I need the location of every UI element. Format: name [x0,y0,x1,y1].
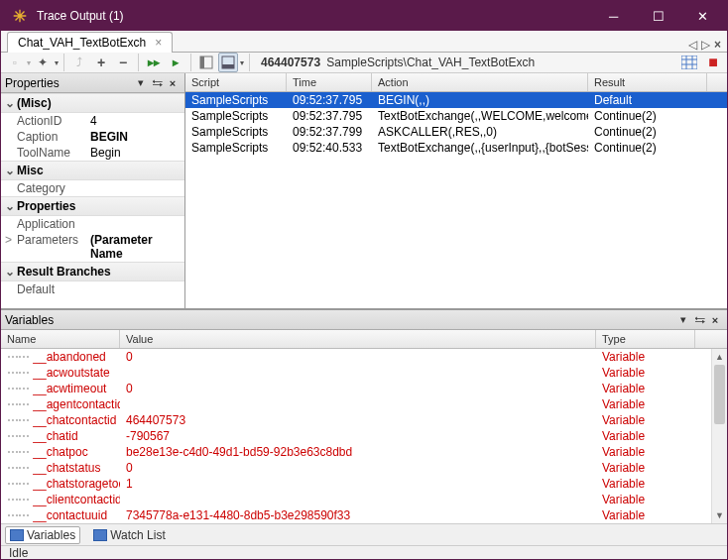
svg-rect-3 [222,64,234,68]
variables-close-icon[interactable]: × [707,312,723,328]
tab-chat-vah-textbotexch[interactable]: Chat_VAH_TextBotExch × [7,32,173,53]
trace-grid: Script Time Action Result SampleScripts0… [185,73,727,308]
breadcrumb-id: 464407573 [261,56,320,69]
statusbar: Idle [1,545,727,560]
maximize-button[interactable]: ☐ [636,1,680,31]
variable-row[interactable]: __abandoned0Variable [1,349,727,365]
variables-dropdown-icon[interactable]: ▾ [675,312,691,328]
tab-watch-list[interactable]: Watch List [88,526,171,544]
scroll-up-icon[interactable]: ▲ [712,349,727,365]
play-button[interactable]: ▸▸ [144,53,164,72]
property-row[interactable]: ActionID4 [1,113,184,129]
property-group[interactable]: ⌄Misc [1,161,184,180]
variable-row[interactable]: __acwtimeout0Variable [1,381,727,396]
variable-row[interactable]: __contactuuid7345778a-e131-4480-8db5-b3e… [1,507,727,523]
variable-row[interactable]: __chatpocbe28e13e-c4d0-49d1-bd59-92b3e63… [1,444,727,460]
scroll-thumb[interactable] [714,365,725,424]
view2-button[interactable] [218,53,238,72]
toolbar-doc-icon[interactable]: ▫ [5,53,25,72]
scrollbar-vertical[interactable]: ▲ ▼ [711,349,727,523]
property-row[interactable]: Default [1,281,184,297]
app-icon [9,5,31,27]
view1-button[interactable] [196,53,216,72]
property-row[interactable]: >Parameters(Parameter Name [1,232,184,262]
tab-variables[interactable]: Variables [5,526,80,544]
variable-row[interactable]: __chatstatus0Variable [1,460,727,476]
document-tabbar: Chat_VAH_TextBotExch × ◁ ▷ × [1,31,727,53]
variable-row[interactable]: __acwoutstateVariable [1,365,727,381]
window-title: Trace Output (1) [37,9,591,23]
variables-pin-icon[interactable]: ⮀ [691,312,707,328]
step-button[interactable]: ▸ [166,53,185,72]
watch-tab-icon [93,529,107,541]
tab-close-icon[interactable]: × [155,36,162,50]
grid-icon[interactable] [679,53,699,72]
properties-title: Properties [5,76,133,90]
toolbar-remove-button[interactable]: − [113,53,133,72]
toolbar-export-icon[interactable]: ⤴ [69,53,89,72]
property-group[interactable]: ⌄(Misc) [1,93,184,113]
tabbar-close-button[interactable]: × [714,38,721,52]
properties-panel: Properties ▾ ⮀ × ⌄(Misc)ActionID4Caption… [1,73,185,308]
breadcrumb: 464407573 SampleScripts\Chat_VAH_TextBot… [261,56,535,69]
toolbar: ▫ ▾ ✦ ▾ ⤴ + − ▸▸ ▸ ▾ 464407573 SampleScr… [1,53,727,73]
variables-panel: Variables ▾ ⮀ × Name Value Type __abando… [1,309,727,545]
variables-title: Variables [5,313,675,327]
titlebar: Trace Output (1) ─ ☐ ✕ [1,1,727,31]
variable-row[interactable]: __chatcontactid464407573Variable [1,412,727,428]
tab-watch-label: Watch List [110,528,166,542]
header-name[interactable]: Name [1,330,120,348]
property-group[interactable]: ⌄Result Branches [1,262,184,281]
toolbar-tools-icon[interactable]: ✦ [33,53,53,72]
variables-tab-icon [10,529,24,541]
header-value[interactable]: Value [120,330,596,348]
property-row[interactable]: CaptionBEGIN [1,129,184,145]
property-row[interactable]: Category [1,180,184,196]
trace-row[interactable]: SampleScripts09:52:40.533TextBotExchange… [185,140,727,156]
scroll-down-icon[interactable]: ▼ [712,507,727,523]
property-row[interactable]: ToolNameBegin [1,145,184,161]
status-text: Idle [9,546,28,560]
properties-dropdown-icon[interactable]: ▾ [133,75,149,91]
variable-row[interactable]: __chatstoragetod1Variable [1,476,727,492]
header-script[interactable]: Script [185,73,287,91]
properties-close-icon[interactable]: × [165,75,181,91]
header-time[interactable]: Time [287,73,372,91]
breadcrumb-path: SampleScripts\Chat_VAH_TextBotExch [326,56,535,69]
variable-row[interactable]: __clientcontactidVariable [1,492,727,507]
variable-row[interactable]: __agentcontactidVariable [1,396,727,412]
tab-variables-label: Variables [27,528,75,542]
scroll-right-button[interactable]: ▷ [701,38,710,52]
variable-row[interactable]: __chatid-790567Variable [1,428,727,444]
header-type[interactable]: Type [596,330,695,348]
scroll-left-button[interactable]: ◁ [688,38,697,52]
tab-label: Chat_VAH_TextBotExch [18,36,146,50]
record-icon[interactable]: ■ [703,53,723,72]
close-button[interactable]: ✕ [680,1,725,31]
minimize-button[interactable]: ─ [591,1,636,31]
header-result[interactable]: Result [588,73,707,91]
property-group[interactable]: ⌄Properties [1,196,184,216]
header-action[interactable]: Action [372,73,588,91]
toolbar-add-button[interactable]: + [91,53,111,72]
svg-rect-1 [200,56,204,68]
trace-row[interactable]: SampleScripts09:52:37.799ASKCALLER(,RES,… [185,124,727,140]
property-row[interactable]: Application [1,216,184,232]
properties-pin-icon[interactable]: ⮀ [149,75,165,91]
trace-row[interactable]: SampleScripts09:52:37.795BEGIN(,,)Defaul… [185,92,727,108]
trace-row[interactable]: SampleScripts09:52:37.795TextBotExchange… [185,108,727,124]
svg-rect-4 [681,56,697,69]
